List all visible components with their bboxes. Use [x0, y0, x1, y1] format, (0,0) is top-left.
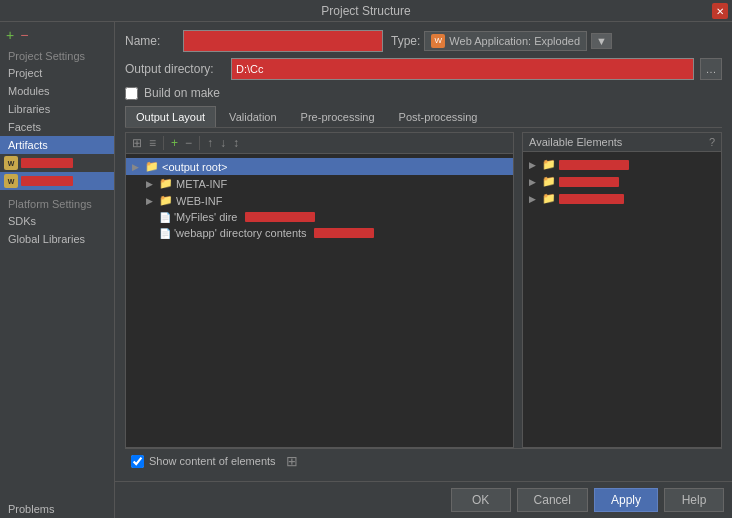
- remove-icon[interactable]: −: [183, 135, 194, 151]
- sidebar-item-global-libraries-label: Global Libraries: [8, 233, 85, 245]
- type-section: Type: W Web Application: Exploded ▼: [391, 31, 612, 51]
- sidebar-item-sdks-label: SDKs: [8, 215, 36, 227]
- content-area: Name: Type: W Web Application: Exploded …: [115, 22, 732, 481]
- move-up-icon[interactable]: ↑: [205, 135, 215, 151]
- show-content-help-icon[interactable]: ⊞: [286, 453, 298, 469]
- webapp-redacted: [314, 228, 374, 238]
- tab-validation[interactable]: Validation: [218, 106, 288, 127]
- tree-item-myfiles-label: 'MyFiles' dire: [174, 211, 238, 223]
- tree-item-webapp-label: 'webapp' directory contents: [174, 227, 307, 239]
- arrow-output-root: ▶: [132, 162, 142, 172]
- name-row: Name: Type: W Web Application: Exploded …: [125, 30, 722, 52]
- type-value-text: Web Application: Exploded: [449, 35, 580, 47]
- tree-item-meta-inf-label: META-INF: [176, 178, 227, 190]
- tree-item-output-root[interactable]: ▶ 📁 <output root>: [126, 158, 513, 175]
- av2-arrow: ▶: [529, 177, 539, 187]
- sidebar-item-facets-label: Facets: [8, 121, 41, 133]
- available-item-2[interactable]: ▶ 📁: [523, 173, 721, 190]
- sidebar-item-modules[interactable]: Modules: [0, 82, 114, 100]
- folder-web-inf-icon: 📁: [159, 194, 173, 207]
- sidebar-toolbar: + −: [0, 26, 114, 44]
- folder-meta-inf-icon: 📁: [159, 177, 173, 190]
- tab-output-layout[interactable]: Output Layout: [125, 106, 216, 127]
- add-artifact-icon[interactable]: +: [6, 28, 14, 42]
- apply-button[interactable]: Apply: [594, 488, 658, 512]
- av3-arrow: ▶: [529, 194, 539, 204]
- av1-icon: 📁: [542, 158, 556, 171]
- cancel-button[interactable]: Cancel: [517, 488, 588, 512]
- available-item-3[interactable]: ▶ 📁: [523, 190, 721, 207]
- webapp-source-icon: 📄: [159, 228, 171, 239]
- sidebar-item-artifacts-label: Artifacts: [8, 139, 48, 151]
- type-dropdown-button[interactable]: ▼: [591, 33, 612, 49]
- output-dir-input[interactable]: [231, 58, 694, 80]
- sidebar-item-project[interactable]: Project: [0, 64, 114, 82]
- show-content-text: Show content of elements: [149, 455, 276, 467]
- artifact-war-name: [21, 158, 73, 168]
- available-header: Available Elements ?: [523, 133, 721, 152]
- tree-item-webapp[interactable]: ▶ 📄 'webapp' directory contents: [140, 225, 513, 241]
- av3-icon: 📁: [542, 192, 556, 205]
- grid-view-icon[interactable]: ⊞: [130, 135, 144, 151]
- remove-artifact-icon[interactable]: −: [20, 28, 28, 42]
- ok-button[interactable]: OK: [451, 488, 511, 512]
- tree-item-myfiles[interactable]: ▶ 📄 'MyFiles' dire: [140, 209, 513, 225]
- sidebar-item-sdks[interactable]: SDKs: [0, 212, 114, 230]
- artifact-entry-war-exp[interactable]: W: [0, 172, 114, 190]
- sidebar-item-problems-label: Problems: [8, 503, 54, 515]
- sidebar-problems: Problems: [0, 500, 114, 518]
- myfiles-redacted: [245, 212, 315, 222]
- sidebar-item-libraries[interactable]: Libraries: [0, 100, 114, 118]
- help-button[interactable]: Help: [664, 488, 724, 512]
- dialog-title: Project Structure: [321, 4, 410, 18]
- tab-post-processing[interactable]: Post-processing: [388, 106, 489, 127]
- build-on-make-label: Build on make: [144, 86, 220, 100]
- close-button[interactable]: ✕: [712, 3, 728, 19]
- arrow-meta-inf: ▶: [146, 179, 156, 189]
- type-label: Type:: [391, 34, 420, 48]
- sidebar-item-modules-label: Modules: [8, 85, 50, 97]
- output-dir-label: Output directory:: [125, 62, 225, 76]
- toolbar-separator-2: [199, 136, 200, 150]
- arrow-web-inf: ▶: [146, 196, 156, 206]
- sort-icon[interactable]: ↕: [231, 135, 241, 151]
- toolbar-separator-1: [163, 136, 164, 150]
- title-bar: Project Structure ✕: [0, 0, 732, 22]
- av2-label: [559, 177, 619, 187]
- sidebar-item-problems[interactable]: Problems: [8, 503, 106, 515]
- tree-item-web-inf-label: WEB-INF: [176, 195, 222, 207]
- output-toolbar: ⊞ ≡ + − ↑ ↓ ↕: [126, 133, 513, 154]
- av2-icon: 📁: [542, 175, 556, 188]
- folder-output-root-icon: 📁: [145, 160, 159, 173]
- sidebar-item-global-libraries[interactable]: Global Libraries: [0, 230, 114, 248]
- output-dir-row: Output directory: …: [125, 58, 722, 80]
- name-input[interactable]: [183, 30, 383, 52]
- main-layout: + − Project Settings Project Modules Lib…: [0, 22, 732, 518]
- project-settings-label: Project Settings: [0, 48, 114, 64]
- sidebar-item-facets[interactable]: Facets: [0, 118, 114, 136]
- av3-label: [559, 194, 624, 204]
- war-exp-icon: W: [4, 174, 18, 188]
- button-row: OK Cancel Apply Help: [115, 481, 732, 518]
- output-panel: ⊞ ≡ + − ↑ ↓ ↕ ▶ 📁: [125, 132, 514, 448]
- list-view-icon[interactable]: ≡: [147, 135, 158, 151]
- bottom-bar: Show content of elements ⊞: [125, 448, 722, 473]
- available-item-1[interactable]: ▶ 📁: [523, 156, 721, 173]
- add-icon[interactable]: +: [169, 135, 180, 151]
- sidebar-item-project-label: Project: [8, 67, 42, 79]
- av1-label: [559, 160, 629, 170]
- available-help-icon[interactable]: ?: [709, 136, 715, 148]
- tab-pre-processing[interactable]: Pre-processing: [290, 106, 386, 127]
- tree-item-meta-inf[interactable]: ▶ 📁 META-INF: [140, 175, 513, 192]
- type-webapp-icon: W: [431, 34, 445, 48]
- tree-item-web-inf[interactable]: ▶ 📁 WEB-INF: [140, 192, 513, 209]
- sidebar: + − Project Settings Project Modules Lib…: [0, 22, 115, 518]
- build-on-make-checkbox[interactable]: [125, 87, 138, 100]
- browse-button[interactable]: …: [700, 58, 722, 80]
- move-down-icon[interactable]: ↓: [218, 135, 228, 151]
- platform-settings-label: Platform Settings: [0, 190, 114, 212]
- show-content-checkbox[interactable]: [131, 455, 144, 468]
- artifact-entry-war[interactable]: W: [0, 154, 114, 172]
- sidebar-item-artifacts[interactable]: Artifacts: [0, 136, 114, 154]
- show-content-label[interactable]: Show content of elements: [131, 455, 276, 468]
